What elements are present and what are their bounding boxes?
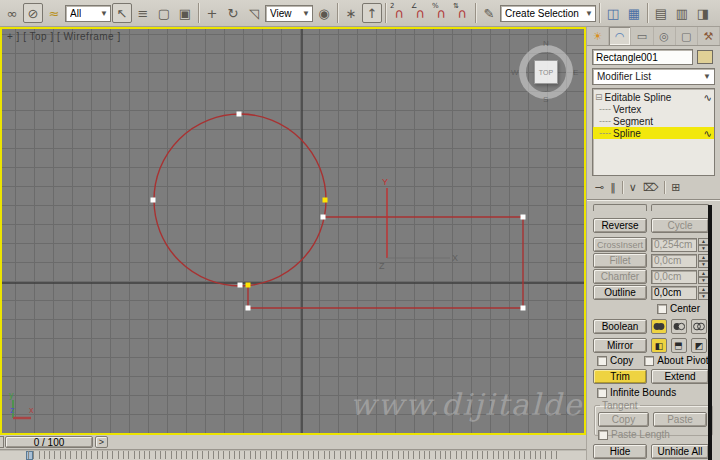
- time-slider-handle[interactable]: 0 / 100: [5, 436, 93, 448]
- select-and-link-icon[interactable]: ∞: [2, 3, 22, 23]
- tab-utilities[interactable]: ⚒: [698, 27, 720, 45]
- modifier-list-label: Modifier List: [597, 71, 651, 82]
- mirror-horizontal-icon[interactable]: ◧: [651, 338, 667, 353]
- copy-checkbox[interactable]: [597, 356, 607, 366]
- unlink-selection-icon[interactable]: ⊘: [23, 3, 43, 23]
- frame-tick: [97, 451, 98, 459]
- object-color-swatch[interactable]: [697, 50, 713, 64]
- align-tool-icon[interactable]: ▦: [624, 3, 644, 23]
- keyboard-shortcut-override-icon[interactable]: ↑: [362, 3, 382, 23]
- percent-snap-toggle-icon[interactable]: ∩%: [431, 3, 451, 23]
- frame-tick: [86, 451, 87, 459]
- boolean-intersect-icon[interactable]: [691, 319, 707, 334]
- viewport-label[interactable]: + ] [ Top ] [ Wireframe ]: [7, 31, 121, 42]
- tripod-x-label: X: [452, 253, 458, 263]
- render-setup-icon[interactable]: ▤: [651, 3, 671, 23]
- tab-create[interactable]: ☀: [587, 27, 609, 45]
- select-and-manipulate-icon[interactable]: ∗: [341, 3, 361, 23]
- tangent-copy-button[interactable]: Copy: [598, 412, 649, 427]
- tangent-paste-button[interactable]: Paste: [653, 412, 707, 427]
- select-and-scale-icon[interactable]: ◹: [244, 3, 264, 23]
- selection-filter-dropdown[interactable]: All▼: [65, 5, 111, 22]
- rectangular-selection-region-icon[interactable]: ▢: [154, 3, 174, 23]
- select-object-icon[interactable]: ↖: [112, 3, 132, 23]
- use-pivot-point-center-icon[interactable]: ◉: [314, 3, 334, 23]
- about-pivot-checkbox[interactable]: [644, 356, 654, 366]
- fillet-spinner[interactable]: 0,0cm ▲▼: [651, 254, 709, 268]
- crossinsert-button[interactable]: CrossInsert: [593, 237, 647, 252]
- rendered-frame-window-icon[interactable]: ▥: [672, 3, 692, 23]
- render-production-icon[interactable]: ◨: [693, 3, 713, 23]
- center-checkbox[interactable]: [657, 304, 667, 314]
- viewcube-top-face[interactable]: TOP: [534, 60, 558, 84]
- spline-vertices[interactable]: [151, 112, 526, 311]
- snaps-toggle-2d-icon[interactable]: ∩2: [389, 3, 409, 23]
- boolean-button[interactable]: Boolean: [593, 319, 647, 334]
- stack-item-vertex[interactable]: ----Vertex: [593, 103, 714, 115]
- window-crossing-toggle-icon[interactable]: ▣: [175, 3, 195, 23]
- named-selection-sets-dropdown[interactable]: Create Selection Se▼: [500, 5, 596, 22]
- fillet-button[interactable]: Fillet: [593, 253, 647, 268]
- infinite-bounds-checkbox[interactable]: [597, 388, 607, 398]
- crossinsert-spinner[interactable]: 0,254cm ▲▼: [651, 238, 709, 252]
- clipped-button[interactable]: [651, 204, 709, 211]
- copy-checkbox-label: Copy: [610, 355, 633, 366]
- extend-button[interactable]: Extend: [651, 369, 709, 384]
- stack-item-spline[interactable]: ----Spline∿: [593, 127, 714, 139]
- configure-modifier-sets-icon[interactable]: ⊞: [671, 181, 680, 194]
- mirror-tool-icon[interactable]: ◫: [603, 3, 623, 23]
- mirror-vertical-icon[interactable]: ◧: [671, 338, 687, 353]
- stack-item-segment[interactable]: ----Segment: [593, 115, 714, 127]
- hide-button[interactable]: Hide: [593, 444, 647, 459]
- select-and-rotate-icon[interactable]: ↻: [223, 3, 243, 23]
- stack-item-editable-spline[interactable]: ⊟Editable Spline∿: [593, 91, 714, 103]
- paste-length-checkbox[interactable]: [598, 430, 608, 440]
- outline-spinner[interactable]: 0,0cm ▲▼: [651, 286, 709, 300]
- expander-icon[interactable]: ⊟: [595, 92, 603, 102]
- track-bar[interactable]: [0, 449, 586, 460]
- trim-button[interactable]: Trim: [593, 369, 647, 384]
- mirror-both-icon[interactable]: ◩: [691, 338, 707, 353]
- clipped-button[interactable]: [593, 204, 647, 211]
- rectangle-spline[interactable]: [248, 217, 523, 308]
- reverse-button[interactable]: Reverse: [593, 218, 647, 233]
- remove-modifier-icon[interactable]: ⌦: [643, 181, 659, 194]
- chamfer-button[interactable]: Chamfer: [593, 269, 647, 284]
- reference-coordinate-system-dropdown[interactable]: View▼: [265, 5, 313, 22]
- tab-display[interactable]: ▢: [676, 27, 698, 45]
- panel-scrollbar[interactable]: [708, 205, 712, 460]
- show-end-result-icon[interactable]: ‖: [610, 181, 616, 194]
- frame-tick: [165, 451, 166, 459]
- viewport-canvas: Y X Z y z x: [2, 29, 584, 433]
- frame-tick: [376, 451, 377, 459]
- next-frame-button[interactable]: >: [95, 436, 108, 448]
- spinner-snap-toggle-icon[interactable]: ∩⇅: [452, 3, 472, 23]
- select-by-name-icon[interactable]: ≡: [133, 3, 153, 23]
- viewcube[interactable]: N E S W TOP: [515, 41, 577, 103]
- unhide-all-button[interactable]: Unhide All: [651, 444, 709, 459]
- modifier-list-dropdown[interactable]: Modifier List ▼: [592, 68, 715, 85]
- cycle-button[interactable]: Cycle: [651, 218, 709, 233]
- mirror-button[interactable]: Mirror: [593, 338, 647, 353]
- bind-to-space-warp-icon[interactable]: ≈: [44, 3, 64, 23]
- top-viewport[interactable]: Y X Z y z x: [0, 27, 586, 435]
- tab-modify[interactable]: ◠: [609, 27, 631, 45]
- object-name-field[interactable]: [592, 49, 693, 65]
- tab-motion[interactable]: ◎: [654, 27, 676, 45]
- pin-stack-icon[interactable]: ⊸: [595, 181, 604, 194]
- previous-frame-button[interactable]: [0, 436, 4, 448]
- angle-snap-toggle-icon[interactable]: ∩∠: [410, 3, 430, 23]
- frame-tick: [118, 451, 119, 459]
- tab-hierarchy[interactable]: ▭: [631, 27, 653, 45]
- edit-named-selection-sets-icon[interactable]: ✎: [479, 3, 499, 23]
- select-and-move-icon[interactable]: +: [202, 3, 222, 23]
- boolean-union-icon[interactable]: [651, 319, 667, 334]
- frame-tick: [466, 451, 467, 459]
- outline-button[interactable]: Outline: [593, 285, 647, 300]
- boolean-subtract-icon[interactable]: [671, 319, 687, 334]
- make-unique-icon[interactable]: ∨: [629, 181, 637, 194]
- frame-tick: [456, 451, 457, 459]
- chamfer-spinner[interactable]: 0,0cm ▲▼: [651, 270, 709, 284]
- paste-length-checkbox-label: Paste Length: [611, 429, 670, 440]
- circle-spline[interactable]: [154, 114, 326, 286]
